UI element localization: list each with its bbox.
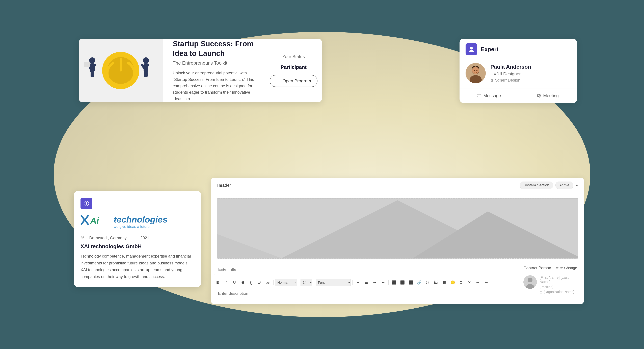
editor-toolbar: B I U S {} x² x₂ Normal Heading 1 Headin… <box>214 277 517 288</box>
cards-area: Startup Success: From Idea to Launch The… <box>54 32 590 317</box>
svg-rect-7 <box>92 72 94 77</box>
xai-logo-text: technologies we give ideas a future <box>114 214 168 229</box>
svg-point-20 <box>474 70 475 71</box>
startup-illustration-svg <box>82 45 159 96</box>
description-input[interactable] <box>214 288 517 299</box>
status-label: Your Status <box>282 54 305 59</box>
align-center-button[interactable]: ⬛ <box>399 279 406 286</box>
ordered-list-button[interactable]: ☰ <box>362 279 370 286</box>
editor-image-placeholder <box>217 198 578 259</box>
system-section-badge: System Section <box>520 182 553 189</box>
subscript-button[interactable]: x₂ <box>264 279 272 286</box>
editor-body: B I U S {} x² x₂ Normal Heading 1 Headin… <box>211 261 584 304</box>
year-text: 2021 <box>140 236 149 240</box>
svg-rect-8 <box>84 62 90 67</box>
editor-topbar-right: System Section Active ∧ <box>520 182 578 189</box>
svg-point-9 <box>143 57 149 64</box>
editor-card: Header System Section Active ∧ <box>211 178 584 304</box>
editor-sidebar: Contact Person ✏ ✏ Change <box>520 261 584 304</box>
clear-format-button[interactable]: ✕ <box>466 279 473 286</box>
special-char-button[interactable]: Ω <box>457 279 465 286</box>
align-right-button[interactable]: ⬛ <box>407 279 414 286</box>
calendar-icon <box>132 236 135 239</box>
align-left-button[interactable]: ⬛ <box>390 279 398 286</box>
year-icon <box>132 236 135 240</box>
svg-rect-6 <box>90 72 92 77</box>
expert-info: Paula Anderson UX/UI Designer Scherf Des… <box>490 64 531 83</box>
money-icon: $ <box>83 200 90 207</box>
xai-company-name: XAI technologies GmbH <box>80 243 194 249</box>
svg-rect-24 <box>492 80 492 81</box>
superscript-button[interactable]: x² <box>256 279 263 286</box>
indent-button[interactable]: ⇥ <box>371 279 378 286</box>
unlink-button[interactable]: ⛓ <box>424 279 431 286</box>
person-icon <box>468 46 475 53</box>
avatar-image <box>466 63 486 83</box>
toolbar-divider-4 <box>352 280 352 285</box>
expert-icon-box <box>466 43 477 55</box>
svg-point-27 <box>539 95 540 96</box>
startup-content: Startup Success: From Idea to Launch The… <box>163 39 265 102</box>
message-icon <box>477 94 481 98</box>
expert-role: UX/UI Designer <box>490 71 531 77</box>
xai-logo-svg: Ai <box>80 215 111 228</box>
arrow-icon: → <box>276 78 280 84</box>
font-size-select[interactable]: 14 12 16 18 <box>300 279 312 286</box>
meeting-button[interactable]: Meeting <box>518 88 577 103</box>
building-icon <box>490 79 494 82</box>
xai-meta: Darmstadt, Germany 2021 <box>80 236 194 240</box>
svg-rect-13 <box>144 72 146 77</box>
redo-button[interactable]: ↪ <box>482 279 490 286</box>
contact-info: [First Name] [Last Name] [Position] [Org… <box>540 275 580 294</box>
emoji-button[interactable]: 🙂 <box>449 279 456 286</box>
startup-description: Unlock your entrepreneurial potential wi… <box>173 70 255 102</box>
message-button[interactable]: Message <box>460 88 518 103</box>
svg-rect-34 <box>132 236 135 239</box>
brand-technologies: technologies <box>114 214 168 224</box>
brand-tagline: we give ideas a future <box>114 224 168 229</box>
contact-avatar <box>524 275 537 289</box>
xai-menu-dots[interactable]: ⋮ <box>190 198 194 204</box>
xai-description: Technology competence, management expert… <box>80 253 194 280</box>
meeting-label: Meeting <box>543 93 559 98</box>
strikethrough-button[interactable]: S <box>239 279 246 286</box>
status-value: Participant <box>280 64 306 70</box>
expert-company: Scherf Design <box>490 78 531 83</box>
xai-logo-area: Ai technologies we give ideas a future <box>80 214 194 229</box>
undo-button[interactable]: ↩ <box>474 279 482 286</box>
expert-avatar <box>466 63 486 83</box>
collapse-chevron-icon[interactable]: ∧ <box>576 183 578 187</box>
editor-topbar: Header System Section Active ∧ <box>211 178 584 193</box>
font-family-select[interactable]: Font Arial Times New Roman <box>316 279 351 286</box>
active-badge: Active <box>556 182 573 189</box>
startup-title: Startup Success: From Idea to Launch <box>173 39 255 58</box>
unordered-list-button[interactable]: ≡ <box>354 279 362 286</box>
table-button[interactable]: ▦ <box>440 279 448 286</box>
svg-rect-14 <box>146 72 148 77</box>
expert-name: Paula Anderson <box>490 64 531 70</box>
org-name-text: [Organization Name] <box>544 290 574 294</box>
editor-main-area: B I U S {} x² x₂ Normal Heading 1 Headin… <box>211 261 520 304</box>
placeholder-image-svg <box>217 198 578 258</box>
editor-header-label: Header <box>217 183 231 188</box>
open-program-button[interactable]: → Open Program <box>270 75 318 87</box>
text-style-select[interactable]: Normal Heading 1 Heading 2 <box>275 279 297 286</box>
message-label: Message <box>483 93 501 98</box>
link-button[interactable]: 🔗 <box>416 279 423 286</box>
image-button[interactable]: 🖼 <box>432 279 440 286</box>
expert-menu-dots[interactable]: ⋮ <box>563 45 571 54</box>
startup-illustration-area <box>79 39 163 102</box>
title-input[interactable] <box>214 264 517 275</box>
expert-profile: Paula Anderson UX/UI Designer Scherf Des… <box>460 60 577 88</box>
outdent-button[interactable]: ⇤ <box>379 279 387 286</box>
startup-subtitle: The Entrepreneur's Toolkit <box>173 60 255 66</box>
expert-card: Expert ⋮ <box>460 39 577 103</box>
bold-button[interactable]: B <box>214 279 221 286</box>
code-button[interactable]: {} <box>248 279 255 286</box>
italic-button[interactable]: I <box>222 279 230 286</box>
underline-button[interactable]: U <box>231 279 238 286</box>
default-avatar-svg <box>524 275 537 289</box>
svg-text:Ai: Ai <box>90 216 99 225</box>
change-button[interactable]: ✏ ✏ Change <box>552 264 580 272</box>
contact-org: [Organization Name] <box>540 290 580 294</box>
